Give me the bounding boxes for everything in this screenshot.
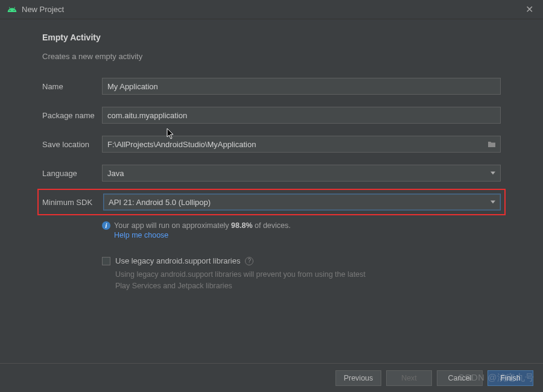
row-package: Package name (42, 107, 501, 124)
sdk-info-block: i Your app will run on approximately 98.… (102, 221, 501, 239)
language-select[interactable]: Java (102, 165, 501, 182)
name-input[interactable] (102, 78, 501, 95)
label-name: Name (42, 82, 102, 91)
next-button: Next (386, 370, 432, 386)
min-sdk-select[interactable]: API 21: Android 5.0 (Lollipop) (103, 194, 501, 210)
row-language: Language Java (42, 165, 501, 182)
label-language: Language (42, 169, 102, 178)
legacy-block: Use legacy android.support libraries ? U… (102, 256, 501, 292)
close-icon[interactable]: ✕ (523, 4, 536, 16)
help-icon[interactable]: ? (245, 257, 253, 265)
content-area: Empty Activity Creates a new empty activ… (0, 19, 543, 292)
page-title: Empty Activity (42, 33, 501, 42)
help-me-choose-link[interactable]: Help me choose (114, 231, 168, 239)
button-bar: Previous Next Cancel Finish (0, 363, 543, 392)
finish-button[interactable]: Finish (487, 370, 533, 386)
legacy-checkbox-label: Use legacy android.support libraries (115, 256, 240, 265)
window-title: New Project (22, 5, 523, 14)
page-description: Creates a new empty activity (42, 52, 501, 61)
row-min-sdk-highlight: Minimum SDK API 21: Android 5.0 (Lollipo… (37, 189, 506, 215)
package-input[interactable] (102, 107, 501, 124)
previous-button[interactable]: Previous (335, 370, 381, 386)
android-icon (7, 5, 17, 14)
info-icon: i (102, 221, 110, 230)
legacy-checkbox[interactable] (102, 257, 110, 265)
row-name: Name (42, 78, 501, 95)
label-save-location: Save location (42, 140, 102, 149)
row-save-location: Save location (42, 136, 501, 153)
sdk-run-info: Your app will run on approximately 98.8%… (114, 221, 291, 230)
label-package: Package name (42, 111, 102, 120)
cancel-button[interactable]: Cancel (437, 370, 483, 386)
label-min-sdk: Minimum SDK (42, 198, 103, 207)
save-location-input[interactable] (102, 136, 501, 153)
titlebar: New Project ✕ (0, 0, 543, 19)
legacy-hint: Using legacy android.support libraries w… (115, 269, 381, 292)
